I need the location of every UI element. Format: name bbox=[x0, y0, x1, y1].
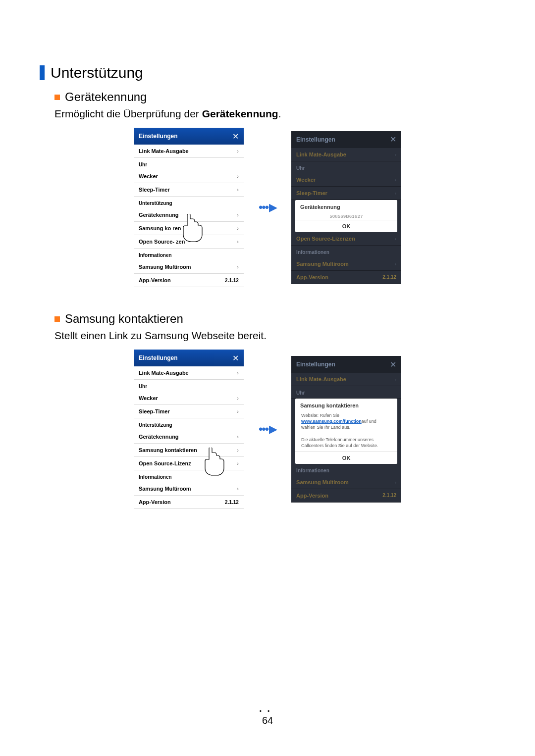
group-support: Unterstützung bbox=[134, 418, 244, 430]
row-app-version: App-Version2.1.12 bbox=[134, 273, 244, 287]
row-link-mate[interactable]: Link Mate-Ausgabe› bbox=[291, 373, 401, 386]
row-app-version: App-Version2.1.12 bbox=[291, 270, 401, 284]
row-samsung-kontaktieren[interactable]: Samsung kontaktieren› bbox=[134, 443, 244, 456]
h2-bullet-icon bbox=[54, 95, 60, 100]
section1-desc: Ermöglicht die Überprüfung der Geräteken… bbox=[54, 108, 495, 120]
contact-popup: Samsung kontaktieren Website: Rufen Sie … bbox=[295, 399, 397, 464]
row-app-version: App-Version2.1.12 bbox=[291, 489, 401, 502]
close-icon[interactable]: ✕ bbox=[390, 360, 396, 369]
row-wecker[interactable]: Wecker› bbox=[134, 170, 244, 183]
group-info: Informationen bbox=[291, 246, 401, 257]
popup-title: Gerätekennung bbox=[295, 200, 397, 212]
group-clock: Uhr bbox=[291, 386, 401, 398]
panel-title: Einstellungen bbox=[139, 133, 178, 140]
group-info: Informationen bbox=[134, 249, 244, 260]
page-footer: •• 64 bbox=[0, 708, 535, 726]
figure-row-2: Einstellungen ✕ Link Mate-Ausgabe› Uhr W… bbox=[40, 350, 495, 509]
row-samsung-multiroom[interactable]: Samsung Multiroom› bbox=[134, 260, 244, 273]
page-h1: Unterstützung bbox=[51, 64, 143, 81]
h2-bullet-icon bbox=[54, 316, 60, 322]
section1-title: Gerätekennung bbox=[65, 90, 147, 104]
group-info: Informationen bbox=[134, 470, 244, 482]
panel-title: Einstellungen bbox=[296, 136, 335, 143]
section2-title: Samsung kontaktieren bbox=[65, 312, 183, 326]
row-open-source[interactable]: Open Source-Lizenzen› bbox=[291, 232, 401, 245]
settings-panel-light-1: Einstellungen ✕ Link Mate-Ausgabe› Uhr W… bbox=[134, 128, 244, 287]
row-wecker[interactable]: Wecker› bbox=[134, 392, 244, 404]
row-samsung-multiroom[interactable]: Samsung Multiroom› bbox=[291, 257, 401, 270]
settings-panel-dark-2: Einstellungen ✕ Link Mate-Ausgabe› Uhr S… bbox=[291, 356, 401, 503]
popup-ok-button[interactable]: OK bbox=[295, 220, 397, 232]
row-geratekennung[interactable]: Gerätekennung› bbox=[134, 430, 244, 443]
popup-ok-button[interactable]: OK bbox=[295, 452, 397, 464]
row-open-source[interactable]: Open Source-Lizenz› bbox=[134, 456, 244, 470]
row-app-version: App-Version2.1.12 bbox=[134, 495, 244, 508]
row-sleep-timer[interactable]: Sleep-Timer› bbox=[134, 404, 244, 418]
group-clock: Uhr bbox=[134, 158, 244, 170]
close-icon[interactable]: ✕ bbox=[390, 135, 396, 144]
panel-title: Einstellungen bbox=[296, 361, 335, 368]
h1-accent-bar bbox=[40, 65, 45, 80]
page-number: 64 bbox=[0, 715, 535, 726]
row-wecker[interactable]: Wecker› bbox=[291, 173, 401, 186]
arrow-right-icon: •••▶ bbox=[259, 201, 276, 214]
popup-title: Samsung kontaktieren bbox=[295, 399, 397, 410]
settings-panel-light-2: Einstellungen ✕ Link Mate-Ausgabe› Uhr W… bbox=[134, 350, 244, 509]
row-sleep-timer[interactable]: Sleep-Timer› bbox=[291, 186, 401, 200]
figure-row-1: Einstellungen ✕ Link Mate-Ausgabe› Uhr W… bbox=[40, 128, 495, 287]
device-id-value: 508569B61627 bbox=[295, 212, 397, 220]
row-link-mate[interactable]: Link Mate-Ausgabe› bbox=[291, 148, 401, 161]
panel-title: Einstellungen bbox=[139, 354, 178, 361]
group-clock: Uhr bbox=[134, 380, 244, 392]
popup-body: Website: Rufen Sie www.samsung.com/funct… bbox=[295, 410, 397, 452]
close-icon[interactable]: ✕ bbox=[232, 353, 239, 363]
row-open-source[interactable]: Open Source- zen› bbox=[134, 235, 244, 248]
arrow-right-icon: •••▶ bbox=[259, 422, 276, 436]
row-samsung-multiroom[interactable]: Samsung Multiroom› bbox=[291, 476, 401, 489]
footer-dots-icon: •• bbox=[0, 708, 535, 715]
row-samsung-kontaktieren[interactable]: Samsung ko ren› bbox=[134, 221, 244, 235]
group-clock: Uhr bbox=[291, 161, 401, 173]
section2-desc: Stellt einen Link zu Samsung Webseite be… bbox=[54, 330, 495, 342]
group-info: Informationen bbox=[291, 464, 401, 476]
settings-panel-dark-1: Einstellungen ✕ Link Mate-Ausgabe› Uhr W… bbox=[291, 131, 401, 284]
row-link-mate[interactable]: Link Mate-Ausgabe› bbox=[134, 145, 244, 157]
row-sleep-timer[interactable]: Sleep-Timer› bbox=[134, 183, 244, 196]
row-link-mate[interactable]: Link Mate-Ausgabe› bbox=[134, 366, 244, 379]
row-geratekennung[interactable]: Gerätekennung› bbox=[134, 208, 244, 221]
row-samsung-multiroom[interactable]: Samsung Multiroom› bbox=[134, 482, 244, 495]
group-support: Unterstützung bbox=[134, 197, 244, 208]
device-id-popup: Gerätekennung 508569B61627 OK bbox=[295, 200, 397, 232]
samsung-link[interactable]: www.samsung.com/function bbox=[301, 419, 362, 424]
close-icon[interactable]: ✕ bbox=[232, 132, 239, 141]
